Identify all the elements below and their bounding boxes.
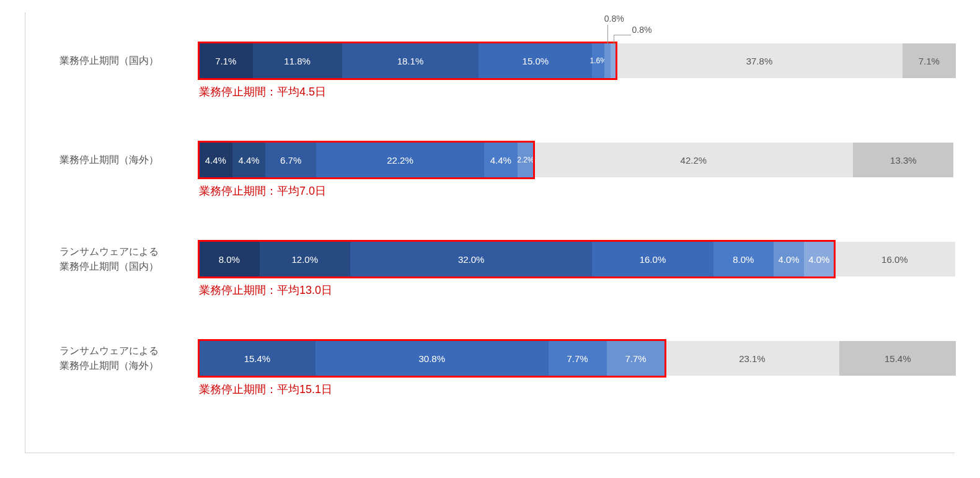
bar-segment — [611, 43, 617, 78]
row-annotation: 業務停止期間：平均13.0日 — [199, 283, 955, 298]
row-annotation: 業務停止期間：平均7.0日 — [199, 184, 955, 198]
bar-segment: 4.0% — [774, 242, 804, 277]
bar-segment: 23.1% — [665, 341, 840, 376]
segment-value: 32.0% — [458, 254, 485, 265]
callout-leader — [614, 35, 614, 45]
segment-value: 4.4% — [490, 155, 511, 166]
segment-value: 4.0% — [808, 254, 829, 265]
bar-segment: 42.2% — [534, 143, 853, 177]
bar-segment: 8.0% — [199, 242, 260, 277]
segment-value: 37.8% — [746, 56, 773, 66]
bar-container: 15.4%30.8%7.7%7.7%23.1%15.4% — [199, 341, 956, 376]
chart-row-group: ランサムウェアによる業務停止期間（国内）8.0%12.0%32.0%16.0%8… — [25, 242, 955, 298]
row-label: 業務停止期間（国内） — [25, 53, 199, 68]
segment-value: 22.2% — [387, 155, 413, 166]
segment-value: 7.1% — [215, 56, 236, 66]
bar-segment: 15.4% — [839, 341, 956, 376]
bar-segment: 30.8% — [316, 341, 549, 376]
bar-segment: 4.4% — [232, 143, 266, 177]
chart-row: 業務停止期間（海外）4.4%4.4%6.7%22.2%4.4%2.2%42.2%… — [25, 143, 955, 177]
bar-segment: 32.0% — [350, 242, 592, 277]
bar-segment: 12.0% — [260, 242, 350, 277]
segment-value: 42.2% — [681, 155, 707, 166]
segment-value: 15.0% — [523, 56, 549, 66]
callout-label: 0.8% — [632, 25, 652, 35]
bar-segment: 7.7% — [607, 341, 665, 376]
segment-value: 4.4% — [238, 155, 259, 166]
bar-container: 4.4%4.4%6.7%22.2%4.4%2.2%42.2%13.3% — [199, 143, 955, 177]
bar-segment: 16.0% — [592, 242, 713, 277]
row-annotation: 業務停止期間：平均15.1日 — [199, 382, 955, 397]
bar-segment: 4.0% — [804, 242, 834, 277]
bar-segment: 37.8% — [616, 43, 902, 78]
segment-value: 16.0% — [640, 254, 666, 265]
bar-segment: 4.4% — [199, 143, 232, 177]
callout-leader — [607, 25, 608, 43]
bar-segment: 18.1% — [342, 43, 479, 78]
chart-row: 業務停止期間（国内）7.1%11.8%18.1%15.0%1.6%37.8%7.… — [25, 43, 955, 78]
chart-row: ランサムウェアによる業務停止期間（海外）15.4%30.8%7.7%7.7%23… — [25, 341, 955, 376]
row-annotation: 業務停止期間：平均4.5日 — [199, 84, 955, 99]
bar-segment: 11.8% — [253, 43, 342, 78]
segment-value: 7.1% — [919, 56, 940, 66]
segment-value: 23.1% — [739, 353, 766, 364]
bar-segment: 7.1% — [199, 43, 253, 78]
segment-value: 4.0% — [778, 254, 799, 265]
row-label: 業務停止期間（海外） — [25, 153, 199, 167]
bar-segment: 7.1% — [903, 43, 956, 78]
bar-segment: 15.0% — [479, 43, 592, 78]
bar-container: 8.0%12.0%32.0%16.0%8.0%4.0%4.0%16.0% — [199, 242, 955, 277]
segment-value: 13.3% — [890, 155, 917, 166]
segment-value: 7.7% — [625, 353, 646, 364]
bar-segment — [604, 43, 611, 78]
bar-segment: 4.4% — [484, 143, 518, 177]
segment-value: 8.0% — [733, 254, 754, 265]
bar-segment: 6.7% — [265, 143, 316, 177]
callout-leader — [614, 35, 631, 35]
bar-container: 7.1%11.8%18.1%15.0%1.6%37.8%7.1% — [199, 43, 956, 78]
segment-value: 8.0% — [219, 254, 240, 265]
segment-value: 15.4% — [244, 353, 271, 364]
bar-segment: 2.2% — [518, 143, 534, 177]
bar-segment: 7.7% — [549, 341, 607, 376]
bar-segment: 22.2% — [316, 143, 484, 177]
stacked-bar-chart: 業務停止期間（国内）7.1%11.8%18.1%15.0%1.6%37.8%7.… — [25, 12, 955, 453]
row-label: ランサムウェアによる業務停止期間（国内） — [25, 244, 199, 274]
callout-label: 0.8% — [604, 14, 624, 24]
segment-value: 16.0% — [881, 254, 908, 265]
chart-row: ランサムウェアによる業務停止期間（国内）8.0%12.0%32.0%16.0%8… — [25, 242, 955, 277]
segment-value: 7.7% — [567, 353, 588, 364]
row-label: ランサムウェアによる業務停止期間（海外） — [25, 343, 199, 373]
segment-value: 11.8% — [284, 56, 311, 66]
chart-row-group: 業務停止期間（国内）7.1%11.8%18.1%15.0%1.6%37.8%7.… — [25, 43, 955, 99]
segment-value: 30.8% — [418, 353, 445, 364]
chart-row-group: 業務停止期間（海外）4.4%4.4%6.7%22.2%4.4%2.2%42.2%… — [25, 143, 955, 198]
bar-segment: 13.3% — [853, 143, 953, 177]
segment-value: 12.0% — [292, 254, 319, 265]
chart-row-group: ランサムウェアによる業務停止期間（海外）15.4%30.8%7.7%7.7%23… — [25, 341, 955, 397]
bar-segment: 8.0% — [713, 242, 774, 277]
segment-value: 2.2% — [517, 156, 534, 164]
bar-segment: 16.0% — [834, 242, 955, 277]
segment-value: 4.4% — [205, 155, 226, 166]
segment-value: 6.7% — [280, 155, 301, 166]
bar-segment: 1.6% — [592, 43, 604, 78]
bar-segment: 15.4% — [199, 341, 316, 376]
segment-value: 18.1% — [397, 56, 424, 66]
segment-value: 15.4% — [885, 353, 911, 364]
